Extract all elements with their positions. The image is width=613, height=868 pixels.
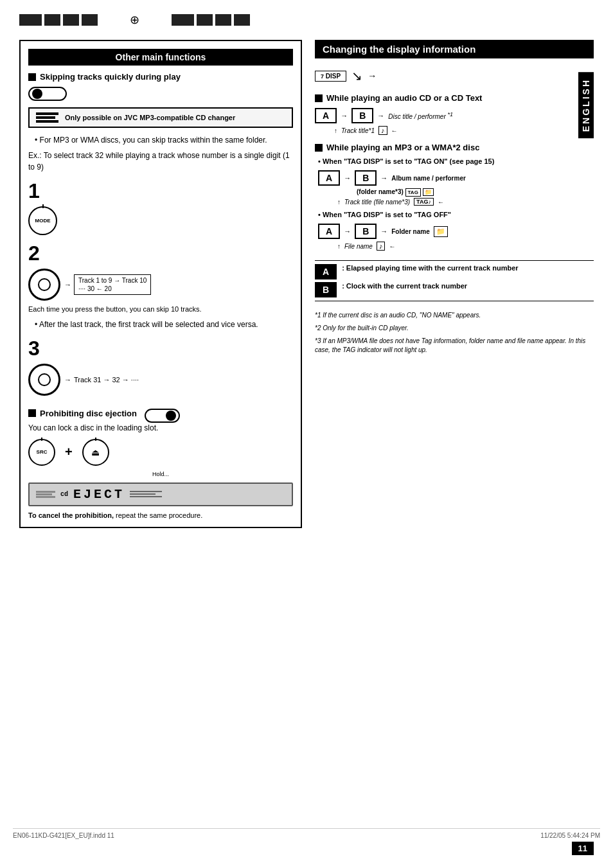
prohibit-bullet-icon xyxy=(28,409,36,417)
jvc-line-1 xyxy=(36,112,58,115)
track-title-text: Track title*1 xyxy=(341,127,375,134)
mp3-tag-on-flow: A → B → Album name / performer (folder n… xyxy=(318,170,594,206)
bar-seg-2 xyxy=(44,14,60,26)
eject-text-display: EJECT xyxy=(73,487,125,502)
step2-row: → Track 1 to 9 → Track 10 ···· 30 ← 20 xyxy=(28,269,293,301)
hold-text: Hold... xyxy=(28,471,293,477)
jvc-note-text: Only possible on JVC MP3-compatible CD c… xyxy=(65,114,235,121)
step3-number: 3 xyxy=(28,337,293,360)
tagoff-box-a: A xyxy=(318,224,340,239)
tag-off-subsection: • When "TAG DISP" is set to "TAG OFF" A … xyxy=(318,211,594,251)
mp3-flow-box-a: A xyxy=(318,170,340,186)
arrow-right-3: → xyxy=(64,376,71,384)
mp3-track-text: Track title (file name*3) xyxy=(344,199,410,206)
skip-knob xyxy=(28,269,60,301)
bar-seg-4 xyxy=(82,14,98,26)
mp3-title: While playing an MP3 or a WMA*2 disc xyxy=(326,143,479,152)
flow-box-b: B xyxy=(351,108,373,123)
jvc-line-3 xyxy=(36,120,58,123)
file-name-text: File name xyxy=(344,243,373,250)
src-label: SRC xyxy=(37,449,48,455)
disp-row: 7 DISP ↘ → xyxy=(315,68,594,84)
step1-number: 1 xyxy=(28,179,293,203)
step3-label-row: → Track 31 → 32 → ···· xyxy=(64,376,139,384)
mode-knob: MODE xyxy=(28,206,57,235)
footnotes: *1 If the current disc is an audio CD, "… xyxy=(315,311,594,355)
page-container: ⊕ Other main functions Skipping tracks q… xyxy=(0,0,613,868)
top-decorative-bars: ⊕ xyxy=(13,13,600,27)
legend-box-a: A xyxy=(315,264,337,279)
prohibit-title: Prohibiting disc ejection xyxy=(28,409,137,418)
skip-knob-3 xyxy=(28,364,60,396)
skip-title-row: Skipping tracks quickly during play xyxy=(28,72,293,82)
back-arrow-1: ← xyxy=(391,127,398,134)
skip-knob-inner-3 xyxy=(38,373,51,386)
step3-row: → Track 31 → 32 → ···· xyxy=(28,364,293,396)
skip-knob-inner xyxy=(38,278,51,291)
music-note-1: ♪ xyxy=(378,126,387,135)
eject-icon: ⏏ xyxy=(91,447,100,457)
tagoff-back-arrow: ← xyxy=(389,243,395,250)
cancel-text: To cancel the prohibition, repeat the sa… xyxy=(28,511,293,519)
plus-icon: + xyxy=(65,445,73,459)
legend-divider-bottom xyxy=(315,301,594,301)
left-header-text: Other main functions xyxy=(116,52,206,62)
step3-track-label: Track 31 → 32 → ···· xyxy=(74,376,139,384)
skip-title: Skipping tracks quickly during play xyxy=(40,72,181,82)
src-eject-row: SRC + ⏏ xyxy=(28,439,293,466)
tagoff-arrow-1: → xyxy=(344,227,351,235)
disc-title-label: Disc title / performer *1 xyxy=(388,111,453,120)
audio-cd-section: While playing an audio CD or a CD Text A… xyxy=(315,93,594,135)
tagoff-flow-row-ab: A → B → Folder name 📁 xyxy=(318,224,594,239)
mp3-flow-row-ab: A → B → Album name / performer xyxy=(318,170,594,186)
mp3-arrow-2: → xyxy=(380,174,387,182)
disp-arrow: ↘ xyxy=(351,68,362,84)
album-name-text: Album name / performer xyxy=(391,175,466,182)
legend-row-b: B : Clock with the current track number xyxy=(315,282,594,297)
mp3-arrow-1: → xyxy=(344,174,351,182)
eject-button: ⏏ xyxy=(82,439,109,466)
bar-left xyxy=(19,14,98,26)
legend-b-desc: : Clock with the current track number xyxy=(342,282,467,290)
bar-seg-3 xyxy=(63,14,79,26)
skip-ex-text: Ex.: To select track 32 while playing a … xyxy=(28,150,293,173)
tag-off-title: • When "TAG DISP" is set to "TAG OFF" xyxy=(318,211,594,218)
display-bar-lines xyxy=(36,491,55,498)
mp3-back-arrow: ← xyxy=(438,199,444,206)
footer-date: 11/22/05 5:44:24 PM xyxy=(540,832,600,839)
tagoff-folder-label: Folder name xyxy=(391,228,429,235)
track-line2: ···· 30 ← 20 xyxy=(78,285,147,292)
center-crosshair: ⊕ xyxy=(130,13,139,27)
cancel-text-cont: repeat the same procedure. xyxy=(114,511,202,519)
footer-bar: EN06-11KD-G421[EX_EU]f.indd 11 11/22/05 … xyxy=(13,828,600,839)
tagoff-return-arrow: ↑ xyxy=(337,243,341,250)
flow-arrow-1: → xyxy=(341,112,348,120)
toggle-switch xyxy=(28,87,67,101)
left-column: Other main functions Skipping tracks qui… xyxy=(19,40,302,528)
mp3-tag-off-flow: A → B → Folder name 📁 ↑ Fi xyxy=(318,224,594,251)
mp3-section: While playing an MP3 or a WMA*2 disc • W… xyxy=(315,143,594,251)
prohibit-title-text: Prohibiting disc ejection xyxy=(40,409,137,418)
eject-group: ⏏ xyxy=(82,439,109,466)
bar-seg-7 xyxy=(215,14,231,26)
skip-bullet1: For MP3 or WMA discs, you can skip track… xyxy=(35,134,293,146)
tag-folder-icon: 📁 xyxy=(423,188,434,196)
ab-legend: A : Elapsed playing time with the curren… xyxy=(315,260,594,301)
prohibit-desc: You can lock a disc in the loading slot. xyxy=(28,423,293,432)
flow-box-a: A xyxy=(315,108,337,123)
step2-text: Each time you press the button, you can … xyxy=(28,304,293,315)
bar-seg-5 xyxy=(172,14,194,26)
legend-box-b: B xyxy=(315,282,337,297)
folder-name-label: (folder name*3) TAG 📁 xyxy=(357,188,594,195)
disp-bar3 xyxy=(36,496,55,498)
tag-on-subsection: • When "TAG DISP" is set to "TAG ON" (se… xyxy=(318,157,594,206)
folder-ref-text: (folder name*3) xyxy=(357,188,404,195)
step2-track-row1: → Track 1 to 9 → Track 10 ···· 30 ← 20 xyxy=(64,274,151,295)
cancel-text-bold: To cancel the prohibition, xyxy=(28,511,114,519)
page-number: 11 xyxy=(572,842,594,855)
english-vertical-label: ENGLISH xyxy=(578,72,594,138)
tag-on-title: • When "TAG DISP" is set to "TAG ON" (se… xyxy=(318,157,594,165)
legend-row-a: A : Elapsed playing time with the curren… xyxy=(315,264,594,279)
tagoff-folder-text: Folder name xyxy=(391,228,429,235)
step2-number: 2 xyxy=(28,242,293,265)
